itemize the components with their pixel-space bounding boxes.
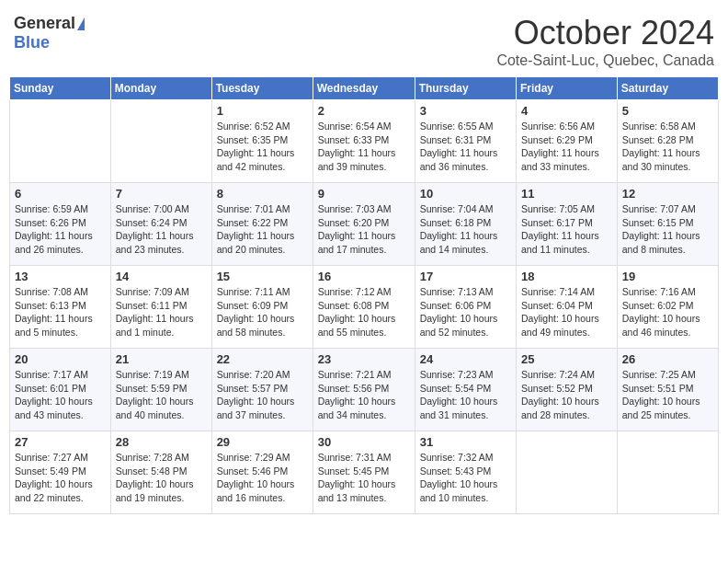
day-number: 20 bbox=[15, 352, 106, 366]
calendar-table: SundayMondayTuesdayWednesdayThursdayFrid… bbox=[9, 76, 719, 514]
calendar-cell: 8Sunrise: 7:01 AMSunset: 6:22 PMDaylight… bbox=[211, 183, 313, 266]
calendar-cell bbox=[110, 100, 211, 183]
day-number: 2 bbox=[318, 104, 410, 118]
calendar-cell: 5Sunrise: 6:58 AMSunset: 6:28 PMDaylight… bbox=[617, 100, 718, 183]
calendar-cell: 28Sunrise: 7:28 AMSunset: 5:48 PMDayligh… bbox=[110, 431, 211, 514]
day-header-tuesday: Tuesday bbox=[211, 77, 313, 100]
day-number: 21 bbox=[116, 352, 207, 366]
day-header-sunday: Sunday bbox=[10, 77, 111, 100]
calendar-cell bbox=[617, 431, 718, 514]
day-number: 23 bbox=[318, 352, 410, 366]
day-number: 10 bbox=[420, 187, 511, 201]
calendar-cell: 11Sunrise: 7:05 AMSunset: 6:17 PMDayligh… bbox=[517, 183, 618, 266]
day-info: Sunrise: 6:55 AMSunset: 6:31 PMDaylight:… bbox=[420, 120, 511, 174]
day-info: Sunrise: 7:19 AMSunset: 5:59 PMDaylight:… bbox=[116, 368, 207, 422]
day-info: Sunrise: 7:25 AMSunset: 5:51 PMDaylight:… bbox=[622, 368, 713, 422]
day-number: 24 bbox=[420, 352, 511, 366]
calendar-week-row: 1Sunrise: 6:52 AMSunset: 6:35 PMDaylight… bbox=[10, 100, 719, 183]
calendar-week-row: 27Sunrise: 7:27 AMSunset: 5:49 PMDayligh… bbox=[10, 431, 719, 514]
month-title: October 2024 bbox=[496, 14, 714, 52]
logo-triangle-icon bbox=[77, 17, 85, 30]
day-info: Sunrise: 6:56 AMSunset: 6:29 PMDaylight:… bbox=[521, 120, 612, 174]
day-info: Sunrise: 7:13 AMSunset: 6:06 PMDaylight:… bbox=[420, 285, 511, 339]
day-info: Sunrise: 7:03 AMSunset: 6:20 PMDaylight:… bbox=[318, 202, 410, 257]
day-header-friday: Friday bbox=[517, 77, 618, 100]
calendar-cell: 21Sunrise: 7:19 AMSunset: 5:59 PMDayligh… bbox=[110, 349, 211, 431]
day-info: Sunrise: 7:09 AMSunset: 6:11 PMDaylight:… bbox=[116, 285, 207, 339]
day-number: 26 bbox=[622, 352, 713, 366]
calendar-cell bbox=[10, 100, 111, 183]
calendar-cell: 15Sunrise: 7:11 AMSunset: 6:09 PMDayligh… bbox=[211, 266, 313, 349]
day-info: Sunrise: 6:54 AMSunset: 6:33 PMDaylight:… bbox=[318, 120, 410, 174]
calendar-cell: 22Sunrise: 7:20 AMSunset: 5:57 PMDayligh… bbox=[211, 349, 313, 431]
calendar-cell: 26Sunrise: 7:25 AMSunset: 5:51 PMDayligh… bbox=[617, 349, 718, 431]
day-info: Sunrise: 6:59 AMSunset: 6:26 PMDaylight:… bbox=[15, 202, 106, 257]
day-info: Sunrise: 7:14 AMSunset: 6:04 PMDaylight:… bbox=[521, 285, 612, 339]
calendar-cell: 9Sunrise: 7:03 AMSunset: 6:20 PMDaylight… bbox=[313, 183, 415, 266]
day-info: Sunrise: 7:01 AMSunset: 6:22 PMDaylight:… bbox=[217, 202, 308, 257]
day-info: Sunrise: 7:27 AMSunset: 5:49 PMDaylight:… bbox=[15, 451, 106, 505]
day-info: Sunrise: 7:29 AMSunset: 5:46 PMDaylight:… bbox=[217, 451, 308, 505]
day-info: Sunrise: 7:05 AMSunset: 6:17 PMDaylight:… bbox=[521, 202, 612, 257]
title-section: October 2024 Cote-Saint-Luc, Quebec, Can… bbox=[496, 14, 714, 69]
day-number: 16 bbox=[318, 270, 410, 283]
day-number: 30 bbox=[318, 435, 410, 449]
day-info: Sunrise: 7:11 AMSunset: 6:09 PMDaylight:… bbox=[217, 285, 308, 339]
day-header-monday: Monday bbox=[110, 77, 211, 100]
calendar-cell: 6Sunrise: 6:59 AMSunset: 6:26 PMDaylight… bbox=[10, 183, 111, 266]
day-info: Sunrise: 7:07 AMSunset: 6:15 PMDaylight:… bbox=[622, 202, 713, 257]
logo-general-text: General bbox=[14, 14, 75, 33]
calendar-cell: 18Sunrise: 7:14 AMSunset: 6:04 PMDayligh… bbox=[517, 266, 618, 349]
calendar-cell: 25Sunrise: 7:24 AMSunset: 5:52 PMDayligh… bbox=[517, 349, 618, 431]
day-number: 9 bbox=[318, 187, 410, 201]
day-info: Sunrise: 7:08 AMSunset: 6:13 PMDaylight:… bbox=[15, 285, 106, 339]
calendar-cell: 24Sunrise: 7:23 AMSunset: 5:54 PMDayligh… bbox=[415, 349, 516, 431]
day-number: 1 bbox=[217, 104, 308, 118]
calendar-cell: 31Sunrise: 7:32 AMSunset: 5:43 PMDayligh… bbox=[415, 431, 516, 514]
day-header-thursday: Thursday bbox=[415, 77, 516, 100]
location-subtitle: Cote-Saint-Luc, Quebec, Canada bbox=[496, 52, 714, 69]
day-number: 29 bbox=[217, 435, 308, 449]
day-number: 3 bbox=[420, 104, 511, 118]
day-info: Sunrise: 7:31 AMSunset: 5:45 PMDaylight:… bbox=[318, 451, 410, 505]
day-number: 25 bbox=[521, 352, 612, 366]
day-number: 18 bbox=[521, 270, 612, 283]
day-number: 6 bbox=[15, 187, 106, 201]
calendar-cell: 3Sunrise: 6:55 AMSunset: 6:31 PMDaylight… bbox=[415, 100, 516, 183]
day-info: Sunrise: 7:24 AMSunset: 5:52 PMDaylight:… bbox=[521, 368, 612, 422]
day-info: Sunrise: 6:52 AMSunset: 6:35 PMDaylight:… bbox=[217, 120, 308, 174]
day-info: Sunrise: 6:58 AMSunset: 6:28 PMDaylight:… bbox=[622, 120, 713, 174]
day-number: 22 bbox=[217, 352, 308, 366]
day-number: 7 bbox=[116, 187, 207, 201]
calendar-cell: 10Sunrise: 7:04 AMSunset: 6:18 PMDayligh… bbox=[415, 183, 516, 266]
day-number: 13 bbox=[15, 270, 106, 283]
calendar-cell: 12Sunrise: 7:07 AMSunset: 6:15 PMDayligh… bbox=[617, 183, 718, 266]
calendar-week-row: 13Sunrise: 7:08 AMSunset: 6:13 PMDayligh… bbox=[10, 266, 719, 349]
logo: General Blue bbox=[14, 14, 85, 52]
day-info: Sunrise: 7:32 AMSunset: 5:43 PMDaylight:… bbox=[420, 451, 511, 505]
day-number: 5 bbox=[622, 104, 713, 118]
calendar-cell: 20Sunrise: 7:17 AMSunset: 6:01 PMDayligh… bbox=[10, 349, 111, 431]
day-info: Sunrise: 7:23 AMSunset: 5:54 PMDaylight:… bbox=[420, 368, 511, 422]
calendar-cell: 23Sunrise: 7:21 AMSunset: 5:56 PMDayligh… bbox=[313, 349, 415, 431]
day-number: 4 bbox=[521, 104, 612, 118]
day-info: Sunrise: 7:21 AMSunset: 5:56 PMDaylight:… bbox=[318, 368, 410, 422]
day-number: 19 bbox=[622, 270, 713, 283]
page-header: General Blue October 2024 Cote-Saint-Luc… bbox=[9, 9, 719, 69]
day-number: 17 bbox=[420, 270, 511, 283]
calendar-cell: 4Sunrise: 6:56 AMSunset: 6:29 PMDaylight… bbox=[517, 100, 618, 183]
logo-blue-text: Blue bbox=[14, 33, 50, 52]
day-info: Sunrise: 7:04 AMSunset: 6:18 PMDaylight:… bbox=[420, 202, 511, 257]
day-number: 28 bbox=[116, 435, 207, 449]
calendar-week-row: 20Sunrise: 7:17 AMSunset: 6:01 PMDayligh… bbox=[10, 349, 719, 431]
calendar-cell: 1Sunrise: 6:52 AMSunset: 6:35 PMDaylight… bbox=[211, 100, 313, 183]
day-number: 14 bbox=[116, 270, 207, 283]
calendar-cell: 13Sunrise: 7:08 AMSunset: 6:13 PMDayligh… bbox=[10, 266, 111, 349]
day-number: 11 bbox=[521, 187, 612, 201]
day-info: Sunrise: 7:00 AMSunset: 6:24 PMDaylight:… bbox=[116, 202, 207, 257]
calendar-cell: 29Sunrise: 7:29 AMSunset: 5:46 PMDayligh… bbox=[211, 431, 313, 514]
calendar-week-row: 6Sunrise: 6:59 AMSunset: 6:26 PMDaylight… bbox=[10, 183, 719, 266]
day-header-saturday: Saturday bbox=[617, 77, 718, 100]
calendar-header-row: SundayMondayTuesdayWednesdayThursdayFrid… bbox=[10, 77, 719, 100]
day-number: 12 bbox=[622, 187, 713, 201]
